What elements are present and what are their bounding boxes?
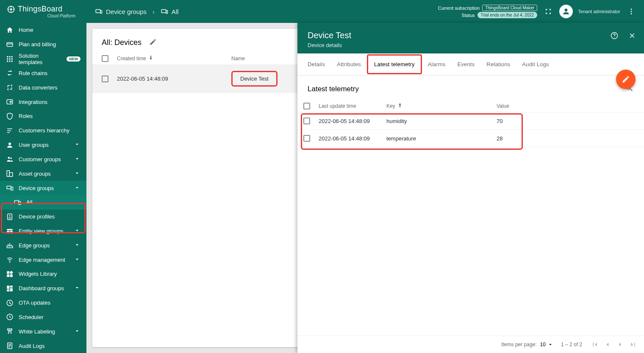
- content: All: Devices Created time Name 2022-06-0…: [86, 23, 644, 353]
- sidebar-item-dashboard-groups[interactable]: Dashboard groups: [0, 281, 86, 296]
- topbar: ThingsBoard Cloud Platform Device groups…: [0, 0, 644, 23]
- sidebar-item-data-converters[interactable]: Data converters: [0, 80, 86, 95]
- svg-rect-27: [11, 187, 13, 191]
- tab-latest-telemetry[interactable]: Latest telemetry: [367, 54, 422, 74]
- edit-fab[interactable]: [616, 70, 636, 89]
- tab-relations[interactable]: Relations: [480, 54, 516, 74]
- ota-icon: [6, 299, 14, 307]
- svg-point-31: [9, 215, 11, 216]
- sidebar-item-customers-hierarchy[interactable]: Customers hierarchy: [0, 123, 86, 138]
- items-per-page-label: Items per page:: [501, 342, 536, 347]
- next-page-icon[interactable]: [615, 339, 625, 350]
- arrow-up-icon: [397, 102, 403, 109]
- sidebar-item-ota-updates[interactable]: OTA updates: [0, 296, 86, 310]
- audit-icon: [6, 342, 14, 350]
- sidebar-item-entity-view-groups[interactable]: Entity view groups: [0, 224, 86, 238]
- chevron-down-icon: [74, 256, 80, 264]
- breadcrumb-parent[interactable]: Device groups: [95, 8, 147, 15]
- svg-rect-12: [9, 56, 11, 57]
- svg-rect-2: [96, 10, 100, 13]
- apps-icon: [6, 55, 14, 63]
- sidebar-item-integrations[interactable]: Integrations: [0, 95, 86, 109]
- svg-rect-38: [10, 271, 13, 274]
- chevron-down-icon: [74, 141, 80, 149]
- help-icon[interactable]: [608, 30, 620, 42]
- sidebar-item-user-groups[interactable]: User groups: [0, 138, 86, 152]
- brand-logo-icon: [7, 5, 15, 14]
- checkbox-all[interactable]: [303, 103, 310, 109]
- arrow-down-icon: [148, 55, 154, 62]
- sidebar-item-edge-groups[interactable]: Edge groups: [0, 238, 86, 252]
- brand-subtitle: Cloud Platform: [47, 14, 86, 18]
- sidebar-item-white-labeling[interactable]: White Labeling: [0, 324, 86, 339]
- more-icon[interactable]: [625, 6, 637, 17]
- new-badge: NEW: [67, 56, 80, 62]
- svg-point-1: [10, 8, 12, 10]
- chevron-down-icon: [74, 284, 80, 292]
- tab-audit-logs[interactable]: Audit Logs: [516, 54, 555, 74]
- svg-rect-5: [166, 11, 168, 14]
- fullscreen-icon[interactable]: [542, 6, 554, 17]
- svg-rect-42: [10, 286, 13, 288]
- sidebar-subitem-all[interactable]: All: [0, 195, 86, 210]
- card-icon: [6, 41, 14, 48]
- svg-rect-9: [7, 42, 13, 46]
- avatar[interactable]: [559, 5, 573, 18]
- table-row[interactable]: 2022-06-05 14:48:09 temperature 28: [297, 130, 644, 147]
- sidebar-item-plan-and-billing[interactable]: Plan and billing: [0, 37, 86, 52]
- profile-icon: [6, 213, 14, 221]
- pencil-icon[interactable]: [149, 38, 157, 47]
- svg-rect-24: [7, 171, 9, 176]
- sidebar-item-edge-management[interactable]: Edge management: [0, 252, 86, 267]
- sidebar-item-solution-templates[interactable]: Solution templatesNEW: [0, 52, 86, 66]
- breadcrumb-current[interactable]: All: [161, 8, 179, 15]
- close-icon[interactable]: [626, 30, 638, 42]
- sidebar-item-scheduler[interactable]: Scheduler: [0, 310, 86, 325]
- chevron-right-icon: ›: [153, 8, 155, 15]
- page-size-select[interactable]: 10: [540, 342, 553, 348]
- detail-subtitle: Device details: [308, 42, 634, 48]
- checkbox-all[interactable]: [102, 55, 108, 62]
- devices-icon: [14, 199, 21, 206]
- table-row[interactable]: 2022-06-05 14:48:09 humidity 70: [297, 112, 644, 130]
- svg-point-22: [8, 157, 10, 159]
- svg-rect-25: [9, 173, 13, 176]
- tab-alarms[interactable]: Alarms: [422, 54, 452, 74]
- svg-point-6: [631, 8, 632, 10]
- format-icon: [6, 328, 14, 335]
- last-page-icon[interactable]: [628, 339, 638, 350]
- tab-attributes[interactable]: Attributes: [331, 54, 367, 74]
- first-page-icon[interactable]: [590, 339, 600, 350]
- topbar-right: Current subscription ThingsBoard Cloud M…: [438, 5, 637, 18]
- tab-details[interactable]: Details: [302, 54, 331, 74]
- sidebar-item-roles[interactable]: Roles: [0, 109, 86, 123]
- router-icon: [6, 241, 14, 249]
- sidebar-item-device-groups[interactable]: Device groups: [0, 181, 86, 195]
- sidebar-item-asset-groups[interactable]: Asset groups: [0, 166, 86, 181]
- devices-icon: [95, 8, 103, 15]
- devices-icon: [6, 184, 14, 192]
- prev-page-icon[interactable]: [602, 339, 613, 350]
- svg-rect-14: [7, 58, 8, 59]
- checkbox[interactable]: [303, 118, 310, 124]
- checkbox[interactable]: [102, 76, 108, 82]
- checkbox[interactable]: [303, 135, 310, 142]
- sidebar-item-customer-groups[interactable]: Customer groups: [0, 152, 86, 166]
- wifi-icon: [6, 256, 14, 263]
- tab-events[interactable]: Events: [451, 54, 480, 74]
- svg-rect-34: [10, 231, 13, 233]
- subscription-label: Current subscription: [438, 6, 480, 11]
- detail-tabs: DetailsAttributesLatest telemetryAlarmsE…: [297, 53, 644, 76]
- sidebar-item-audit-logs[interactable]: Audit Logs: [0, 339, 86, 353]
- sidebar-item-rule-chains[interactable]: Rule chains: [0, 66, 86, 80]
- sidebar-item-device-profiles[interactable]: Device profiles: [0, 210, 86, 224]
- subscription-plan-badge[interactable]: ThingsBoard Cloud Maker: [482, 5, 537, 11]
- sidebar-item-home[interactable]: Home: [0, 23, 86, 37]
- device-name-cell: Device Test: [231, 71, 278, 87]
- svg-point-8: [631, 13, 632, 14]
- group-icon: [6, 155, 14, 163]
- sidebar-item-widgets-library[interactable]: Widgets Library: [0, 267, 86, 281]
- svg-rect-35: [7, 246, 13, 248]
- device-detail-panel: Device Test Device details DetailsAttrib…: [297, 23, 644, 353]
- chevron-down-icon: [74, 241, 80, 249]
